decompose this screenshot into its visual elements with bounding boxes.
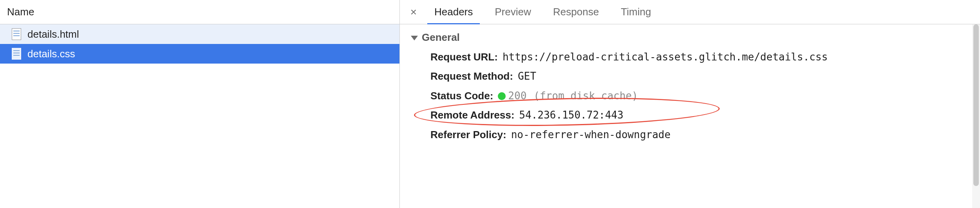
kv-label: Request URL:: [430, 47, 498, 67]
tab-response[interactable]: Response: [542, 0, 610, 24]
scrollbar-thumb[interactable]: [973, 24, 979, 186]
kv-label: Request Method:: [430, 67, 513, 86]
file-name: details.css: [27, 48, 75, 60]
tab-timing[interactable]: Timing: [610, 0, 662, 24]
file-row-details-html[interactable]: details.html: [0, 24, 399, 44]
file-list: details.html details.css: [0, 24, 399, 208]
file-icon: [12, 48, 21, 60]
request-details-panel: × Headers Preview Response Timing Genera…: [400, 0, 980, 208]
status-code-note: (from disk cache): [534, 90, 638, 102]
status-ok-icon: [498, 92, 506, 100]
file-row-details-css[interactable]: details.css: [0, 44, 399, 64]
kv-request-url: Request URL: https://preload-critical-as…: [430, 47, 969, 67]
headers-content: General Request URL: https://preload-cri…: [400, 24, 980, 208]
status-code-number: 200: [508, 90, 526, 102]
kv-request-method: Request Method: GET: [430, 67, 969, 86]
kv-value: GET: [518, 67, 536, 86]
details-tabbar: × Headers Preview Response Timing: [400, 0, 980, 24]
name-column-header[interactable]: Name: [0, 0, 399, 24]
general-kv-list: Request URL: https://preload-critical-as…: [411, 47, 969, 144]
kv-remote-address: Remote Address: 54.236.150.72:443: [430, 106, 969, 125]
kv-value: 200(from disk cache): [498, 86, 638, 106]
tab-preview[interactable]: Preview: [484, 0, 542, 24]
kv-value: 54.236.150.72:443: [519, 106, 623, 125]
section-general-title: General: [422, 31, 460, 44]
kv-label: Referrer Policy:: [430, 125, 506, 144]
kv-label: Status Code:: [430, 86, 493, 106]
kv-value: no-referrer-when-downgrade: [511, 125, 671, 144]
name-column-header-label: Name: [7, 6, 34, 18]
tab-label: Preview: [495, 6, 531, 18]
vertical-scrollbar[interactable]: [972, 24, 980, 208]
tab-label: Response: [553, 6, 599, 18]
file-icon: [12, 28, 21, 40]
tab-label: Headers: [434, 6, 473, 18]
kv-status-code: Status Code: 200(from disk cache): [430, 86, 969, 106]
section-general-toggle[interactable]: General: [411, 31, 969, 44]
close-icon: ×: [410, 6, 417, 18]
close-details-button[interactable]: ×: [404, 0, 423, 24]
kv-label: Remote Address:: [430, 106, 514, 125]
disclosure-triangle-icon: [411, 36, 418, 40]
kv-value[interactable]: https://preload-critical-assets.glitch.m…: [503, 47, 828, 67]
file-name: details.html: [27, 28, 79, 40]
kv-referrer-policy: Referrer Policy: no-referrer-when-downgr…: [430, 125, 969, 144]
tab-headers[interactable]: Headers: [423, 0, 484, 24]
tab-label: Timing: [621, 6, 651, 18]
network-file-list-panel: Name details.html details.css: [0, 0, 400, 208]
